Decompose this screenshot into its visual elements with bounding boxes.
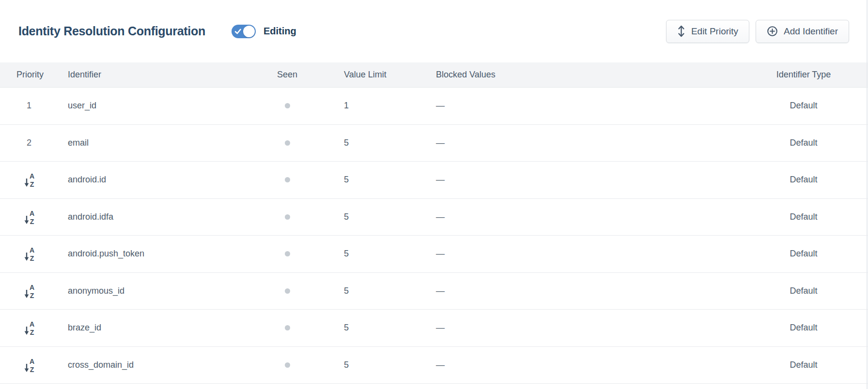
page-title: Identity Resolution Configuration — [18, 24, 205, 38]
identifier-cell: user_id — [58, 88, 260, 124]
table-body: 1user_id1—Default2email5—DefaultAZandroi… — [0, 88, 868, 384]
seen-indicator-dot — [285, 140, 290, 146]
svg-text:Z: Z — [30, 218, 34, 224]
editing-toggle-group: Editing — [232, 25, 296, 38]
seen-indicator-dot — [285, 288, 290, 294]
svg-text:Z: Z — [30, 366, 34, 373]
value-limit-cell: 5 — [315, 236, 426, 272]
seen-indicator-dot — [285, 325, 290, 330]
circle-plus-icon — [767, 26, 778, 37]
identifier-type-cell: Default — [752, 162, 868, 198]
blocked-values-cell: — — [426, 88, 752, 124]
seen-cell — [260, 310, 315, 346]
blocked-values-cell: — — [426, 273, 752, 310]
seen-cell — [260, 162, 315, 198]
identifier-type-cell: Default — [752, 88, 868, 124]
sort-alphabetical-icon: AZ — [23, 172, 36, 187]
identifier-type-cell: Default — [752, 310, 868, 346]
editing-toggle[interactable] — [232, 25, 256, 38]
seen-indicator-dot — [285, 251, 290, 256]
value-limit-cell: 5 — [315, 273, 426, 310]
priority-cell: AZ — [0, 273, 58, 310]
svg-text:Z: Z — [30, 292, 34, 299]
identifier-cell: email — [58, 125, 260, 162]
identifier-type-cell: Default — [752, 347, 868, 384]
add-identifier-button-label: Add Identifier — [784, 26, 838, 37]
identifier-cell: braze_id — [58, 310, 260, 346]
toggle-knob — [243, 26, 255, 37]
priority-cell: AZ — [0, 347, 58, 384]
priority-number: 2 — [27, 138, 31, 148]
table-row[interactable]: 2email5—Default — [0, 125, 868, 162]
svg-text:Z: Z — [30, 180, 34, 187]
identifier-cell: anonymous_id — [58, 273, 260, 310]
table-row[interactable]: AZandroid.idfa5—Default — [0, 199, 868, 236]
svg-text:A: A — [29, 284, 34, 291]
edit-priority-button-label: Edit Priority — [691, 26, 738, 37]
svg-text:A: A — [29, 172, 34, 180]
seen-indicator-dot — [285, 362, 290, 368]
add-identifier-button[interactable]: Add Identifier — [756, 20, 849, 43]
identity-table: Priority Identifier Seen Value Limit Blo… — [0, 62, 868, 384]
priority-cell: AZ — [0, 162, 58, 198]
sort-alphabetical-icon: AZ — [23, 246, 36, 261]
identifier-cell: android.id — [58, 162, 260, 198]
value-limit-cell: 5 — [315, 125, 426, 162]
identifier-type-cell: Default — [752, 273, 868, 310]
table-row[interactable]: 1user_id1—Default — [0, 88, 868, 125]
value-limit-cell: 5 — [315, 310, 426, 346]
identifier-cell: android.idfa — [58, 199, 260, 236]
seen-cell — [260, 125, 315, 162]
column-header-blocked-values: Blocked Values — [426, 62, 752, 87]
table-row[interactable]: AZandroid.push_token5—Default — [0, 236, 868, 273]
page-header: Identity Resolution Configuration Editin… — [0, 0, 868, 62]
edit-priority-button[interactable]: Edit Priority — [666, 20, 749, 43]
identifier-type-cell: Default — [752, 125, 868, 162]
scrollbar-track[interactable] — [867, 0, 868, 389]
identifier-type-cell: Default — [752, 236, 868, 272]
identifier-cell: cross_domain_id — [58, 347, 260, 384]
seen-cell — [260, 236, 315, 272]
priority-cell: AZ — [0, 199, 58, 236]
seen-cell — [260, 347, 315, 384]
blocked-values-cell: — — [426, 125, 752, 162]
column-header-value-limit: Value Limit — [315, 62, 426, 87]
value-limit-cell: 5 — [315, 347, 426, 384]
column-header-seen: Seen — [260, 62, 315, 87]
sort-alphabetical-icon: AZ — [23, 320, 36, 335]
blocked-values-cell: — — [426, 199, 752, 236]
value-limit-cell: 5 — [315, 199, 426, 236]
svg-text:Z: Z — [30, 329, 34, 335]
svg-text:A: A — [29, 320, 34, 328]
identifier-type-cell: Default — [752, 199, 868, 236]
priority-number: 1 — [27, 101, 31, 111]
column-header-identifier-type: Identifier Type — [752, 62, 868, 87]
header-actions: Edit Priority Add Identifier — [666, 20, 849, 43]
seen-indicator-dot — [285, 103, 290, 108]
priority-cell: AZ — [0, 310, 58, 346]
table-row[interactable]: AZanonymous_id5—Default — [0, 273, 868, 310]
table-header-row: Priority Identifier Seen Value Limit Blo… — [0, 62, 868, 88]
check-icon — [234, 28, 242, 35]
table-row[interactable]: AZcross_domain_id5—Default — [0, 347, 868, 384]
priority-cell: 1 — [0, 88, 58, 124]
blocked-values-cell: — — [426, 310, 752, 346]
identifier-cell: android.push_token — [58, 236, 260, 272]
up-down-arrow-icon — [677, 25, 685, 37]
blocked-values-cell: — — [426, 347, 752, 384]
value-limit-cell: 5 — [315, 162, 426, 198]
svg-text:A: A — [29, 246, 34, 254]
sort-alphabetical-icon: AZ — [23, 358, 36, 373]
sort-alphabetical-icon: AZ — [23, 209, 36, 224]
column-header-priority: Priority — [0, 62, 58, 87]
value-limit-cell: 1 — [315, 88, 426, 124]
editing-toggle-label: Editing — [264, 26, 296, 37]
table-row[interactable]: AZandroid.id5—Default — [0, 162, 868, 199]
seen-cell — [260, 273, 315, 310]
svg-text:Z: Z — [30, 254, 34, 261]
table-row[interactable]: AZbraze_id5—Default — [0, 310, 868, 347]
priority-cell: AZ — [0, 236, 58, 272]
blocked-values-cell: — — [426, 236, 752, 272]
seen-indicator-dot — [285, 177, 290, 182]
column-header-identifier: Identifier — [58, 62, 260, 87]
